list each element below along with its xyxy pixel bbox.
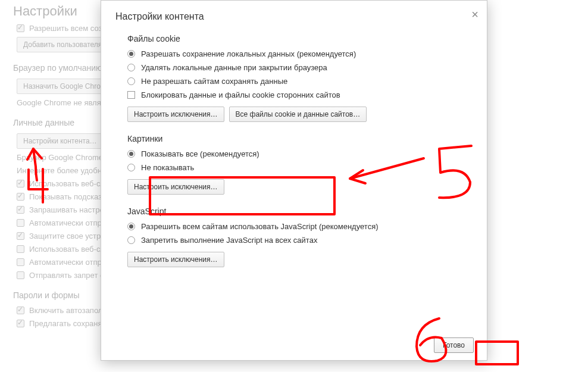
done-button[interactable]: Готово [434, 337, 474, 353]
checkbox-icon[interactable] [127, 91, 135, 99]
radio-icon[interactable] [127, 150, 135, 158]
radio-icon[interactable] [127, 64, 135, 71]
images-heading: Картинки [127, 134, 461, 143]
modal-scroll-area[interactable]: Файлы cookie Разрешать сохранение локаль… [101, 28, 487, 332]
js-exceptions-button[interactable]: Настроить исключения… [127, 252, 224, 267]
js-opt-allow[interactable]: Разрешить всем сайтам использовать JavaS… [127, 222, 461, 231]
cookies-exceptions-button[interactable]: Настроить исключения… [127, 107, 224, 122]
radio-icon[interactable] [127, 164, 135, 171]
cookies-heading: Файлы cookie [127, 34, 461, 43]
cookies-opt-allow[interactable]: Разрешать сохранение локальных данных (р… [127, 49, 461, 58]
cookies-opt-block[interactable]: Не разрешать сайтам сохранять данные [127, 77, 461, 86]
all-cookies-button[interactable]: Все файлы cookie и данные сайтов… [229, 107, 367, 122]
modal-title: Настройки контента [115, 11, 204, 21]
modal-overlay: Настройки контента × Файлы cookie Разреш… [0, 0, 588, 372]
radio-icon[interactable] [127, 50, 135, 58]
images-exceptions-button[interactable]: Настроить исключения… [127, 179, 224, 195]
content-settings-modal: Настройки контента × Файлы cookie Разреш… [101, 0, 487, 361]
images-opt-hide[interactable]: Не показывать [127, 163, 461, 172]
images-opt-show-all[interactable]: Показывать все (рекомендуется) [127, 149, 461, 158]
cookies-opt-delete-on-close[interactable]: Удалять локальные данные при закрытии бр… [127, 63, 461, 72]
radio-icon[interactable] [127, 236, 135, 244]
close-icon[interactable]: × [471, 8, 478, 21]
radio-icon[interactable] [127, 77, 135, 85]
cookies-block-third-party[interactable]: Блокировать данные и файлы cookie сторон… [127, 90, 461, 99]
js-opt-block[interactable]: Запретить выполнение JavaScript на всех … [127, 236, 461, 245]
radio-icon[interactable] [127, 223, 135, 230]
js-heading: JavaScript [127, 207, 461, 216]
